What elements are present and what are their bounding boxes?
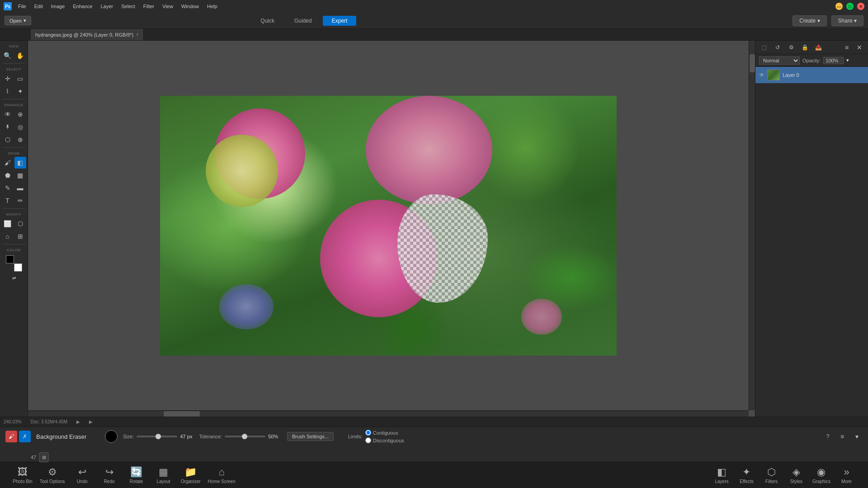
menu-enhance[interactable]: Enhance	[69, 3, 96, 10]
menu-window[interactable]: Window	[178, 3, 203, 10]
taskbar-layers[interactable]: ◧ Layers	[709, 465, 734, 486]
opacity-input[interactable]	[823, 57, 844, 64]
status-arrow-right[interactable]: ▶	[89, 419, 93, 424]
taskbar-home-screen[interactable]: ⌂ Home Screen	[204, 465, 239, 486]
text-tool[interactable]: T	[2, 195, 14, 206]
menu-help[interactable]: Help	[203, 3, 221, 10]
menu-filter[interactable]: Filter	[140, 3, 158, 10]
canvas-area[interactable]	[28, 41, 755, 417]
zoom-tool[interactable]: 🔍	[2, 50, 14, 61]
tab-guided[interactable]: Guided	[285, 16, 321, 26]
taskbar-layout[interactable]: ▦ Layout	[150, 465, 177, 486]
menu-layer[interactable]: Layer	[97, 3, 117, 10]
vertical-scrollbar[interactable]	[749, 41, 755, 410]
file-tab[interactable]: hydrangeas.jpeg @ 240% (Layer 0, RGB/8*)…	[31, 29, 144, 40]
panel-btn-5[interactable]: 📤	[812, 42, 824, 53]
menu-bar: File Edit Image Enhance Layer Select Fil…	[14, 3, 221, 10]
panel-list-btn[interactable]: ≡	[841, 42, 853, 53]
maximize-button[interactable]: □	[846, 3, 854, 10]
custom-shape[interactable]: ✏	[14, 195, 26, 206]
minimize-button[interactable]: —	[835, 3, 843, 10]
discontiguous-option[interactable]: Discontiguous	[365, 437, 404, 443]
blend-mode-select[interactable]: Normal	[759, 56, 800, 65]
effects-icon: ✦	[742, 466, 750, 478]
panel-close-btn[interactable]: ✕	[854, 42, 865, 53]
lasso-tool[interactable]: ⌇	[2, 85, 14, 97]
taskbar-graphics[interactable]: ◉ Graphics	[809, 465, 834, 486]
size-slider[interactable]	[137, 436, 177, 437]
taskbar-organizer[interactable]: 📁 Organizer	[177, 465, 204, 486]
taskbar-styles[interactable]: ◈ Styles	[784, 465, 809, 486]
blur-tool[interactable]: ◎	[14, 121, 26, 133]
tab-quick[interactable]: Quick	[251, 16, 283, 26]
menu-edit[interactable]: Edit	[31, 3, 47, 10]
horizontal-scrollbar[interactable]	[28, 410, 749, 417]
clone-stamp[interactable]: 🖈	[2, 121, 14, 133]
brush-preview[interactable]	[105, 430, 118, 443]
magnify-tool[interactable]: ⊕	[14, 134, 26, 145]
swap-colors-button[interactable]: ⇄	[9, 274, 19, 282]
eraser-extra-btn[interactable]: ⊘	[39, 452, 49, 462]
options-help-btn[interactable]: ?	[822, 431, 834, 442]
foreground-color-swatch[interactable]	[6, 255, 14, 263]
close-button[interactable]: ✕	[857, 3, 864, 10]
straighten-tool[interactable]: ⊞	[14, 230, 26, 242]
layer-visibility-toggle[interactable]: 👁	[759, 72, 764, 78]
share-button[interactable]: Share ▾	[831, 15, 863, 26]
panel-btn-1[interactable]: ⬚	[758, 42, 770, 53]
brush-settings-button[interactable]: Brush Settings...	[287, 432, 334, 441]
pattern-tool[interactable]: ▦	[14, 169, 26, 181]
panel-btn-2[interactable]: ↺	[772, 42, 783, 53]
taskbar-filters[interactable]: ⬡ Filters	[759, 465, 784, 486]
options-expand-btn[interactable]: ▾	[851, 431, 863, 442]
eraser-mode-1[interactable]: 🖌	[5, 431, 17, 442]
rectangular-marquee-tool[interactable]: ▭	[14, 73, 26, 84]
menu-file[interactable]: File	[14, 3, 30, 10]
healing-brush[interactable]: ⊕	[14, 108, 26, 120]
tab-expert[interactable]: Expert	[323, 16, 357, 26]
taskbar-rotate[interactable]: 🔄 Rotate	[123, 465, 150, 486]
menu-select[interactable]: Select	[118, 3, 139, 10]
hand-tool[interactable]: ✋	[14, 50, 26, 61]
paint-bucket[interactable]: ⬟	[2, 169, 14, 181]
sponge-tool[interactable]: ⬡	[2, 134, 14, 145]
pencil-tool[interactable]: ✎	[2, 182, 14, 194]
options-list-btn[interactable]: ≡	[836, 431, 848, 442]
open-button[interactable]: Open ▾	[5, 16, 31, 25]
tolerance-slider[interactable]	[225, 436, 265, 437]
create-button[interactable]: Create ▾	[793, 15, 826, 26]
menu-view[interactable]: View	[159, 3, 177, 10]
taskbar-redo[interactable]: ↪ Redo	[96, 465, 123, 486]
menu-image[interactable]: Image	[47, 3, 69, 10]
scrollbar-h-thumb[interactable]	[164, 411, 200, 417]
transform-tool[interactable]: ⬜	[2, 218, 14, 230]
contiguous-option[interactable]: Contiguous	[365, 430, 404, 436]
canvas-image[interactable]	[160, 96, 617, 356]
distort-tool[interactable]: ⬡	[14, 218, 26, 230]
shape-tool[interactable]: ▬	[14, 182, 26, 194]
tolerance-slider-thumb[interactable]	[242, 434, 247, 439]
move-tool[interactable]: ✛	[2, 73, 14, 84]
panel-btn-3[interactable]: ⚙	[785, 42, 797, 53]
taskbar-undo[interactable]: ↩ Undo	[69, 465, 96, 486]
discontiguous-radio[interactable]	[365, 437, 371, 443]
taskbar-photo-bin[interactable]: 🖼 Photo Bin	[9, 465, 36, 486]
red-eye-tool[interactable]: 👁	[2, 108, 14, 120]
layer-item-0[interactable]: 👁 Layer 0	[755, 67, 868, 83]
panel-btn-4[interactable]: 🔒	[799, 42, 811, 53]
size-num-display: 47	[31, 455, 36, 460]
magic-wand-tool[interactable]: ✦	[14, 85, 26, 97]
taskbar-more[interactable]: » More	[834, 465, 859, 486]
scrollbar-v-thumb[interactable]	[750, 54, 755, 72]
size-slider-thumb[interactable]	[156, 434, 161, 439]
eraser-mode-2[interactable]: ✗	[19, 431, 31, 442]
contiguous-radio[interactable]	[365, 430, 371, 436]
taskbar-tool-options[interactable]: ⚙ Tool Options	[36, 465, 69, 486]
eraser-tool[interactable]: ◧	[14, 157, 26, 169]
background-color-swatch[interactable]	[14, 263, 22, 272]
tab-close-button[interactable]: ×	[136, 32, 139, 37]
brush-tool[interactable]: 🖌	[2, 157, 14, 169]
taskbar-effects[interactable]: ✦ Effects	[734, 465, 759, 486]
crop-tool[interactable]: ⌂	[2, 230, 14, 242]
status-arrow-btn[interactable]: ▶	[76, 419, 80, 424]
